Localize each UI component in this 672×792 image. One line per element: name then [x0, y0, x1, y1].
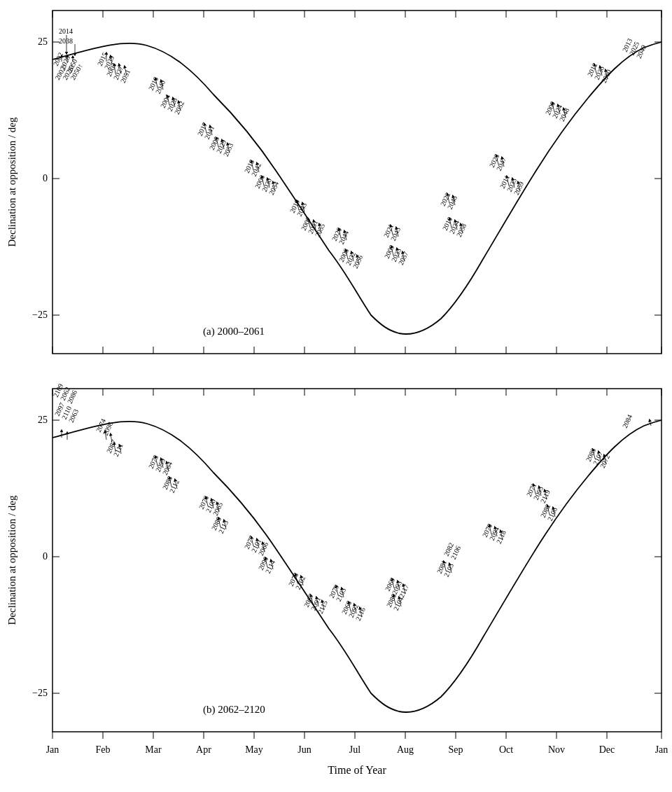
- x-tick-jul: Jul: [349, 744, 360, 755]
- panel-b-label: (b) 2062–2120: [203, 704, 265, 716]
- svg-text:25: 25: [38, 36, 48, 47]
- svg-text:2084: 2084: [621, 413, 634, 429]
- main-container: 25 0 −25 Declination at opposition / deg…: [0, 0, 672, 792]
- x-tick-jan2: Jan: [655, 744, 668, 755]
- b-annotations-apr: 2076 2100 2065: [197, 494, 224, 517]
- b-annotations-aug2: 2069 2093 2117: [384, 576, 410, 599]
- svg-text:25: 25: [38, 415, 48, 425]
- b-annotations-sep2: 2082 2106: [442, 541, 462, 560]
- annotations-feb2: 2003 2027 2051: [105, 62, 132, 84]
- panel-a-label: (a) 2000–2061: [203, 326, 265, 338]
- annotations-nov: 2000 2024 2048: [544, 100, 570, 123]
- annotations-jun2: 2007 2031 2055: [300, 216, 326, 238]
- year-2038: 2038: [59, 37, 73, 45]
- x-tick-apr: Apr: [196, 744, 211, 755]
- svg-text:0: 0: [43, 551, 48, 562]
- annotations-may2: 2006 2030 2054: [253, 174, 280, 196]
- b-annotations-nov: 2071 2095 2119: [525, 482, 552, 504]
- b-annotations-jul2: 2068 2092 2116: [340, 599, 367, 622]
- year-2014: 2014: [59, 27, 73, 35]
- annotations-oct2: 2011 2035 2059: [498, 174, 525, 196]
- b-annotations-jan: 2109 2062 2086: [52, 382, 78, 405]
- svg-rect-123: [52, 389, 662, 732]
- b-annotations-may: 2077 2101 2066: [243, 534, 270, 557]
- x-tick-dec: Dec: [599, 744, 615, 755]
- x-tick-feb: Feb: [96, 744, 111, 755]
- y-axis-label-bottom: Declination at opposition / deg: [6, 495, 18, 625]
- svg-text:0: 0: [43, 173, 48, 183]
- x-tick-sep: Sep: [449, 744, 463, 755]
- x-tick-mar: Mar: [145, 744, 162, 755]
- b-annotations-feb: 2074 2098: [94, 417, 114, 436]
- annotations-dec: 2012 2036 2060: [586, 62, 612, 84]
- b-annotations-jun2: 2067 2091 2115: [302, 592, 329, 615]
- x-tick-may: May: [245, 744, 263, 755]
- x-tick-jun: Jun: [298, 744, 311, 755]
- b-annotations-jan-right: 2084: [621, 413, 634, 429]
- x-tick-jan1: Jan: [46, 744, 59, 755]
- svg-text:−25: −25: [32, 310, 48, 320]
- annotations-jan-right: 2013 2025 2049: [621, 37, 648, 60]
- x-axis-label: Time of Year: [328, 764, 386, 776]
- annotations-jul2: 2008 2032 2056: [337, 247, 364, 270]
- b-annotations-dec: 2083 2107 2072: [584, 447, 611, 469]
- b-annotations-oct: 2070 2094 2118: [481, 522, 507, 545]
- b-annotations-mar: 2075 2099 2064: [147, 454, 174, 476]
- annotations-aug2: 2009 2033 2057: [383, 244, 410, 266]
- x-tick-oct: Oct: [499, 744, 513, 755]
- y-axis-label-top: Declination at opposition / deg: [6, 117, 18, 246]
- x-tick-aug: Aug: [397, 744, 414, 755]
- annotations-apr2: 2005 2029 2053: [208, 135, 234, 158]
- svg-text:−25: −25: [32, 688, 48, 698]
- annotations-mar2: 2004 2028 2052: [159, 93, 186, 116]
- x-tick-nov: Nov: [548, 744, 565, 755]
- annotations-sep2: 2010 2034 2058: [441, 216, 468, 238]
- svg-rect-0: [52, 11, 662, 354]
